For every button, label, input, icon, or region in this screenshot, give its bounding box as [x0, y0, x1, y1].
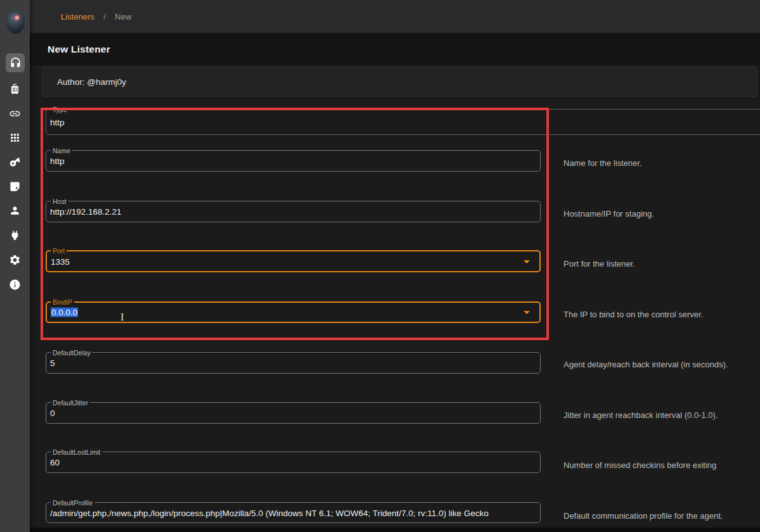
author-text: Author: @harmj0y	[57, 77, 126, 87]
defaultdelay-field-value[interactable]: 5	[50, 358, 55, 368]
page-title-band: New Listener	[30, 33, 760, 65]
plug-icon	[9, 229, 21, 241]
breadcrumb-listeners-link[interactable]: Listeners	[61, 12, 94, 22]
nav-agents[interactable]	[0, 104, 30, 123]
sidebar	[0, 0, 30, 532]
defaultjitter-field-value[interactable]: 0	[50, 408, 55, 418]
host-field-helper: Hostname/IP for staging.	[564, 209, 654, 218]
breadcrumb-current: New	[115, 12, 131, 22]
defaultdelay-field[interactable]: DefaultDelay 5	[46, 352, 541, 374]
name-field-label: Name	[51, 147, 72, 155]
name-field-value[interactable]: http	[50, 156, 65, 166]
breadcrumb-separator: /	[103, 12, 106, 22]
port-field-helper: Port for the listener.	[564, 259, 635, 269]
nav-stagers[interactable]	[0, 79, 30, 98]
host-field-label: Host	[51, 198, 68, 205]
nav-credentials[interactable]	[0, 152, 30, 171]
sticky-note-icon	[9, 180, 21, 193]
port-dropdown-caret-icon[interactable]	[524, 260, 530, 263]
defaultjitter-field-helper: Jitter in agent reachback interval (0.0-…	[564, 410, 718, 420]
gear-icon	[9, 254, 21, 266]
port-field-label: Port	[51, 247, 67, 255]
bindip-dropdown-caret-icon[interactable]	[524, 311, 530, 314]
topbar: Listeners / New	[30, 0, 760, 33]
defaultdelay-field-label: DefaultDelay	[51, 349, 93, 357]
name-field-helper: Name for the listener.	[564, 158, 642, 168]
nav-modules[interactable]	[0, 128, 30, 147]
defaultprofile-field-label: DefaultProfile	[51, 499, 94, 507]
name-field[interactable]: Name http	[46, 150, 541, 172]
bindip-selected-text: 0.0.0.0	[51, 308, 78, 317]
luggage-icon	[9, 83, 21, 95]
nav-listeners[interactable]	[6, 53, 25, 72]
defaultlostlimit-field-value[interactable]: 60	[50, 458, 60, 467]
type-field-label: Type	[51, 106, 69, 113]
port-field[interactable]: Port 1335	[46, 250, 541, 272]
page-title: New Listener	[48, 44, 110, 55]
defaultjitter-field-label: DefaultJitter	[51, 399, 90, 407]
bindip-field-value[interactable]: 0.0.0.0	[51, 308, 78, 317]
person-icon	[9, 205, 21, 217]
author-card: Author: @harmj0y	[42, 66, 757, 97]
link-icon	[9, 108, 21, 120]
type-field[interactable]: Type http	[46, 109, 760, 135]
key-icon	[9, 156, 21, 168]
defaultlostlimit-field-helper: Number of missed checkins before exiting	[564, 460, 716, 470]
nav-settings[interactable]	[0, 250, 30, 269]
bottom-divider	[30, 528, 760, 532]
defaultlostlimit-field[interactable]: DefaultLostLimit 60	[46, 452, 541, 473]
nav-users[interactable]	[0, 201, 30, 220]
defaultdelay-field-helper: Agent delay/reach back interval (in seco…	[564, 360, 728, 369]
nav-about[interactable]	[0, 275, 30, 294]
defaultjitter-field[interactable]: DefaultJitter 0	[46, 402, 541, 424]
nav-reporting[interactable]	[0, 177, 30, 196]
bindip-field-helper: The IP to bind to on the control server.	[564, 310, 703, 319]
host-field[interactable]: Host http://192.168.2.21	[46, 201, 541, 222]
empire-logo[interactable]	[6, 11, 25, 34]
nav-plugins[interactable]	[0, 225, 30, 244]
bindip-field-label: BindIP	[51, 298, 74, 306]
headset-icon	[10, 57, 22, 69]
defaultprofile-field[interactable]: DefaultProfile /admin/get.php,/news.php,…	[46, 502, 541, 523]
type-field-value[interactable]: http	[50, 117, 65, 127]
defaultprofile-field-value[interactable]: /admin/get.php,/news.php,/login/process.…	[50, 508, 489, 517]
defaultlostlimit-field-label: DefaultLostLimit	[51, 448, 102, 456]
host-field-value[interactable]: http://192.168.2.21	[50, 207, 122, 217]
bindip-field[interactable]: BindIP 0.0.0.0	[46, 301, 541, 323]
defaultprofile-field-helper: Default communication profile for the ag…	[564, 511, 723, 521]
port-field-value[interactable]: 1335	[51, 256, 70, 266]
apps-grid-icon	[9, 132, 21, 144]
breadcrumb: Listeners / New	[61, 11, 131, 22]
starkiller-app: Listeners / New New Listener Author: @ha…	[0, 0, 760, 532]
info-icon	[9, 279, 21, 291]
